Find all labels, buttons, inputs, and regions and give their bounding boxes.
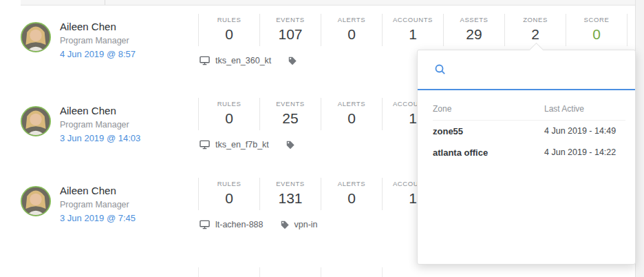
search-icon — [434, 63, 447, 76]
last-seen-link[interactable]: 3 Jun 2019 @ 14:03 — [60, 133, 140, 143]
zones-table-header: Zone Last Active — [433, 99, 625, 121]
divider — [105, 0, 105, 5]
last-seen-link[interactable]: 3 Jun 2019 @ 7:45 — [60, 213, 136, 223]
divider — [382, 267, 383, 277]
user-role: Program Manager — [60, 120, 140, 130]
last-active-column-header: Last Active — [544, 104, 625, 114]
user-name: Aileen Chen — [60, 185, 136, 196]
tag-icon[interactable] — [286, 140, 295, 150]
zone-last-active: 4 Jun 2019 - 14:22 — [544, 147, 625, 158]
divider — [259, 267, 260, 277]
stat-zones[interactable]: ZONES2 — [505, 14, 566, 46]
stat-alerts[interactable]: ALERTS0 — [321, 14, 383, 46]
device-name[interactable]: tks_en_360_kt — [215, 56, 271, 65]
stats-bar: RULES0 EVENTS25 ALERTS0 ACCOUNTS1 — [198, 98, 444, 130]
stat-alerts[interactable]: ALERTS0 — [321, 178, 383, 210]
previous-row-cutoff — [21, 0, 644, 6]
zones-table: Zone Last Active zone55 4 Jun 2019 - 14:… — [418, 90, 635, 163]
stat-events[interactable]: EVENTS25 — [260, 98, 321, 130]
avatar-photo — [22, 23, 50, 51]
stat-events[interactable]: EVENTS131 — [260, 178, 321, 210]
user-name: Aileen Chen — [60, 21, 136, 32]
stat-assets[interactable]: ASSETS29 — [444, 14, 505, 46]
stats-bar: RULES0 EVENTS107 ALERTS0 ACCOUNTS1 ASSET… — [198, 14, 627, 46]
stat-score[interactable]: SCORE0 — [566, 14, 627, 46]
device-name[interactable]: tks_en_f7b_kt — [215, 140, 269, 150]
zone-row[interactable]: atlanta office 4 Jun 2019 - 14:22 — [433, 142, 625, 163]
zone-last-active: 4 Jun 2019 - 14:49 — [544, 126, 625, 136]
zone-row[interactable]: zone55 4 Jun 2019 - 14:49 — [433, 121, 625, 142]
monitor-icon — [200, 220, 210, 229]
zones-popup: Zone Last Active zone55 4 Jun 2019 - 14:… — [417, 50, 636, 265]
tag-label[interactable]: vpn-in — [294, 220, 318, 229]
device-name[interactable]: lt-achen-888 — [215, 220, 264, 229]
divider — [198, 267, 199, 277]
stat-rules[interactable]: RULES0 — [199, 178, 260, 210]
stat-events[interactable]: EVENTS107 — [260, 14, 321, 46]
stat-rules[interactable]: RULES0 — [199, 14, 260, 46]
zone-column-header: Zone — [433, 104, 544, 114]
user-role: Program Manager — [60, 200, 136, 209]
stat-alerts[interactable]: ALERTS0 — [321, 98, 383, 130]
zone-search-bar — [418, 50, 635, 90]
avatar[interactable] — [21, 22, 51, 52]
zone-search-input[interactable] — [455, 64, 635, 76]
tag-icon[interactable] — [288, 56, 297, 65]
avatar[interactable] — [21, 106, 51, 136]
avatar[interactable] — [21, 186, 51, 216]
user-name: Aileen Chen — [60, 105, 140, 116]
stats-bar: RULES0 EVENTS131 ALERTS0 ACCOUNTS1 — [198, 178, 444, 210]
last-seen-link[interactable]: 4 Jun 2019 @ 8:57 — [60, 49, 136, 59]
zone-name: atlanta office — [433, 147, 544, 158]
avatar-photo — [22, 107, 50, 135]
stat-accounts[interactable]: ACCOUNTS1 — [383, 14, 444, 46]
zone-name: zone55 — [433, 126, 544, 136]
scrollbar-gutter[interactable] — [635, 0, 644, 277]
monitor-icon — [200, 56, 210, 65]
stat-rules[interactable]: RULES0 — [199, 98, 260, 130]
tag-icon[interactable] — [280, 220, 290, 229]
monitor-icon — [200, 140, 210, 150]
user-role: Program Manager — [60, 36, 136, 45]
avatar-photo — [22, 187, 50, 215]
divider — [321, 267, 321, 277]
